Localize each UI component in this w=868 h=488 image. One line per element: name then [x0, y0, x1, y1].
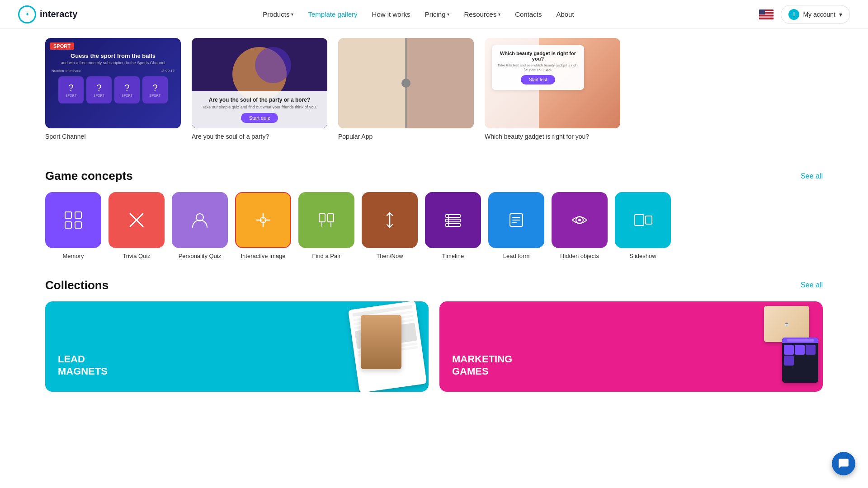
sport-card-title: Guess the sport from the balls	[71, 52, 156, 59]
concept-timeline-label: Timeline	[442, 253, 464, 260]
concept-trivia-card	[108, 192, 165, 248]
concept-leadform-card	[488, 192, 544, 248]
collection-lead-magnets[interactable]: LEADMAGNETS	[45, 301, 429, 392]
logo-text: interacty	[40, 9, 77, 19]
concept-timeline[interactable]: Timeline	[425, 192, 481, 260]
concepts-grid: Memory Trivia Quiz	[45, 192, 823, 264]
concept-hidden-card	[552, 192, 608, 248]
chevron-down-icon: ▾	[498, 12, 500, 17]
nav-how-it-works[interactable]: How it works	[372, 10, 410, 18]
beauty-start-btn[interactable]: Start test	[521, 75, 555, 84]
personality-subtitle: Take our simple quiz and find out what y…	[197, 105, 322, 109]
sport-moves-row: Number of moves: ⏱ 00:15	[50, 69, 176, 73]
concept-thennow[interactable]: Then/Now	[362, 192, 418, 260]
personality-overlay: Are you the soul of the party or a bore?…	[192, 91, 327, 128]
svg-rect-16	[319, 214, 325, 222]
beauty-subtitle: Take this test and see which beauty gadg…	[497, 63, 579, 71]
nav-resources[interactable]: Resources ▾	[464, 10, 500, 18]
main-content: SPORT Guess the sport from the balls and…	[0, 29, 868, 392]
collection-games-deco: ☕	[612, 301, 823, 392]
logo-icon: ✦	[18, 5, 36, 23]
collections-title: Collections	[45, 278, 108, 292]
svg-rect-21	[446, 224, 460, 226]
collection-lead-deco	[218, 301, 429, 392]
collections-section: Collections See all LEADMAGNETS	[45, 278, 823, 392]
findpair-icon	[316, 209, 337, 231]
featured-card-personality[interactable]: Are you the soul of the party or a bore?…	[192, 38, 327, 140]
game-concepts-header: Game concepts See all	[45, 169, 823, 183]
sport-header-badge: SPORT	[50, 42, 74, 50]
game-concepts-title: Game concepts	[45, 169, 133, 183]
featured-card-popular[interactable]: Popular App	[338, 38, 474, 140]
beauty-card-image: Which beauty gadget is right for you? Ta…	[485, 38, 620, 128]
concept-interactive[interactable]: Interactive image	[235, 192, 291, 260]
concept-trivia[interactable]: Trivia Quiz	[108, 192, 165, 260]
concept-slideshow-label: Slideshow	[629, 253, 656, 260]
concept-memory-label: Memory	[63, 253, 84, 260]
svg-rect-7	[759, 9, 765, 14]
nav-products[interactable]: Products ▾	[263, 10, 293, 18]
concept-trivia-label: Trivia Quiz	[123, 253, 151, 260]
featured-card-popular-title: Popular App	[338, 133, 474, 140]
my-account-button[interactable]: i My account ▾	[781, 5, 850, 24]
nav-links: Products ▾ Template gallery How it works…	[263, 10, 574, 18]
concept-leadform[interactable]: Lead form	[488, 192, 544, 260]
logo[interactable]: ✦ interacty	[18, 5, 77, 23]
popular-center-dot	[401, 79, 410, 88]
nav-pricing[interactable]: Pricing ▾	[425, 10, 450, 18]
leadform-icon	[505, 209, 527, 231]
nav-about[interactable]: About	[556, 10, 574, 18]
svg-rect-17	[328, 214, 334, 222]
clock-icon: ⏱	[160, 69, 164, 73]
concept-hidden-label: Hidden objects	[560, 253, 599, 260]
timeline-icon	[442, 209, 464, 231]
sport-card-image: SPORT Guess the sport from the balls and…	[45, 38, 181, 128]
featured-card-sport-title: Sport Channel	[45, 133, 181, 140]
language-flag-icon[interactable]	[759, 9, 774, 19]
fitness-image-deco	[361, 315, 401, 369]
concept-findpair-label: Find a Pair	[312, 253, 341, 260]
game-concepts-see-all[interactable]: See all	[801, 172, 823, 180]
collection-marketing-games-label: MARKETINGGAMES	[452, 353, 512, 377]
chevron-down-icon: ▾	[839, 11, 842, 18]
featured-row: SPORT Guess the sport from the balls and…	[45, 29, 823, 155]
featured-card-personality-title: Are you the soul of a party?	[192, 133, 327, 140]
us-flag-icon	[759, 9, 774, 19]
popular-card-bg	[338, 38, 474, 128]
concept-memory[interactable]: Memory	[45, 192, 101, 260]
sport-card-1: ? SPORT	[58, 76, 84, 103]
chevron-down-icon: ▾	[447, 12, 449, 17]
trivia-icon	[126, 209, 147, 231]
nav-contacts[interactable]: Contacts	[515, 10, 542, 18]
featured-card-beauty[interactable]: Which beauty gadget is right for you? Ta…	[485, 38, 620, 140]
svg-rect-29	[635, 215, 644, 225]
concept-findpair[interactable]: Find a Pair	[298, 192, 354, 260]
concept-slideshow[interactable]: Slideshow	[615, 192, 671, 260]
svg-rect-19	[446, 215, 460, 217]
featured-card-sport[interactable]: SPORT Guess the sport from the balls and…	[45, 38, 181, 140]
svg-rect-4	[759, 15, 774, 16]
svg-rect-8	[65, 212, 71, 218]
concept-timeline-card	[425, 192, 481, 248]
concept-interactive-card	[235, 192, 291, 248]
navbar: ✦ interacty Products ▾ Template gallery …	[0, 0, 868, 29]
chevron-down-icon: ▾	[291, 12, 293, 17]
concept-hidden[interactable]: Hidden objects	[552, 192, 608, 260]
sport-cards-row: ? SPORT ? SPORT ? SPORT ?	[58, 76, 168, 103]
sport-card-2: ? SPORT	[86, 76, 112, 103]
concept-personality[interactable]: Personality Quiz	[172, 192, 228, 260]
concept-thennow-card	[362, 192, 418, 248]
svg-rect-10	[65, 222, 71, 228]
concept-memory-card	[45, 192, 101, 248]
collections-see-all[interactable]: See all	[801, 281, 823, 289]
concept-personality-label: Personality Quiz	[179, 253, 222, 260]
hidden-icon	[569, 209, 590, 231]
game-concepts-section: Game concepts See all Memory	[45, 169, 823, 264]
collection-marketing-games[interactable]: MARKETINGGAMES ☕	[439, 301, 823, 392]
nav-template-gallery[interactable]: Template gallery	[308, 10, 357, 18]
personality-card-image: Are you the soul of the party or a bore?…	[192, 38, 327, 128]
svg-rect-9	[75, 212, 81, 218]
svg-rect-6	[759, 18, 774, 19]
personality-start-btn[interactable]: Start quiz	[241, 113, 278, 123]
slideshow-icon	[632, 209, 654, 231]
